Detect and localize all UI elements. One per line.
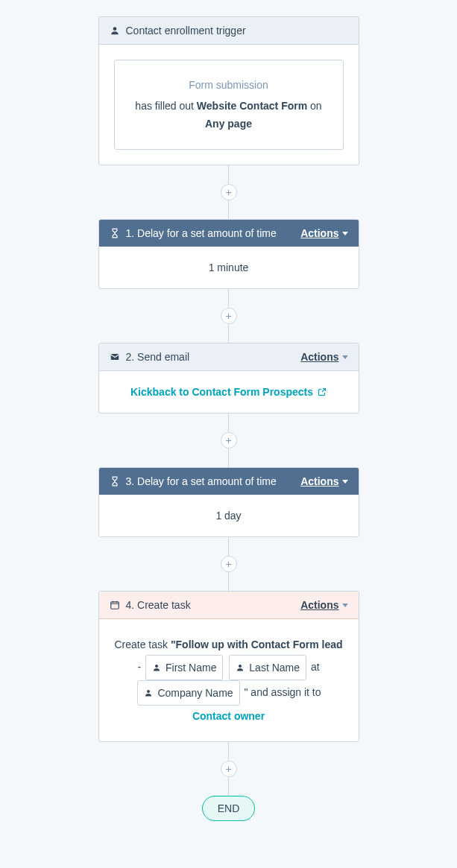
create-task-header: 4. Create task Actions bbox=[99, 592, 359, 619]
trigger-type: Form submission bbox=[125, 77, 332, 95]
step-title: 4. Create task bbox=[126, 599, 191, 611]
send-email-header: 2. Send email Actions bbox=[99, 343, 359, 371]
send-email-card[interactable]: 2. Send email Actions Kickback to Contac… bbox=[98, 343, 359, 414]
add-step-button[interactable]: + bbox=[221, 761, 237, 777]
company-name-token: Company Name bbox=[137, 680, 239, 706]
actions-menu[interactable]: Actions bbox=[300, 227, 347, 239]
step-title: 2. Send email bbox=[126, 351, 190, 363]
end-node: END bbox=[202, 796, 256, 821]
chevron-down-icon bbox=[342, 480, 348, 484]
external-link-icon bbox=[318, 387, 327, 396]
contact-icon bbox=[152, 663, 161, 672]
trigger-title: Contact enrollment trigger bbox=[126, 25, 246, 37]
connector-line bbox=[228, 414, 229, 432]
envelope-icon bbox=[110, 352, 120, 362]
contact-icon bbox=[236, 663, 245, 672]
actions-menu[interactable]: Actions bbox=[300, 475, 347, 487]
connector-line bbox=[228, 289, 229, 308]
trigger-body: Form submission has filled out Website C… bbox=[99, 45, 359, 165]
send-email-body: Kickback to Contact Form Prospects bbox=[99, 371, 359, 413]
connector-line bbox=[228, 777, 229, 796]
svg-point-4 bbox=[239, 665, 242, 668]
delay-card-1[interactable]: 1. Delay for a set amount of time Action… bbox=[98, 219, 359, 289]
actions-menu[interactable]: Actions bbox=[300, 599, 347, 611]
chevron-down-icon bbox=[342, 355, 348, 359]
trigger-criteria[interactable]: Form submission has filled out Website C… bbox=[114, 60, 344, 150]
svg-rect-2 bbox=[110, 602, 119, 609]
step-title: 3. Delay for a set amount of time bbox=[126, 475, 277, 487]
hourglass-icon bbox=[110, 476, 120, 487]
connector-line bbox=[228, 200, 229, 219]
add-step-button[interactable]: + bbox=[221, 432, 237, 449]
svg-point-3 bbox=[155, 665, 158, 668]
trigger-header: Contact enrollment trigger bbox=[99, 17, 359, 45]
connector-line bbox=[228, 324, 229, 343]
chevron-down-icon bbox=[342, 232, 348, 235]
task-icon bbox=[110, 600, 120, 610]
create-task-card[interactable]: 4. Create task Actions Create task "Foll… bbox=[98, 591, 359, 742]
chevron-down-icon bbox=[342, 604, 348, 607]
actions-menu[interactable]: Actions bbox=[300, 351, 347, 363]
connector-line bbox=[228, 742, 229, 761]
connector-line bbox=[228, 537, 229, 556]
add-step-button[interactable]: + bbox=[221, 308, 237, 324]
hourglass-icon bbox=[110, 228, 120, 238]
delay-card-3[interactable]: 3. Delay for a set amount of time Action… bbox=[98, 467, 359, 537]
svg-point-5 bbox=[147, 690, 150, 693]
contact-icon bbox=[144, 688, 153, 697]
delay-body-1: 1 minute bbox=[99, 247, 359, 288]
delay-body-3: 1 day bbox=[99, 495, 359, 536]
trigger-card[interactable]: Contact enrollment trigger Form submissi… bbox=[98, 16, 359, 165]
create-task-body: Create task "Follow up with Contact Form… bbox=[99, 619, 359, 741]
add-step-button[interactable]: + bbox=[221, 556, 237, 572]
step-title: 1. Delay for a set amount of time bbox=[126, 227, 277, 239]
assignee-link[interactable]: Contact owner bbox=[192, 706, 265, 726]
connector-line bbox=[228, 449, 229, 467]
svg-point-0 bbox=[113, 27, 116, 31]
add-step-button[interactable]: + bbox=[221, 184, 237, 200]
connector-line bbox=[228, 572, 229, 591]
delay-header-1: 1. Delay for a set amount of time Action… bbox=[99, 220, 359, 247]
email-link[interactable]: Kickback to Contact Form Prospects bbox=[130, 386, 327, 398]
trigger-description: has filled out Website Contact Form on A… bbox=[125, 98, 332, 133]
connector-line bbox=[228, 165, 229, 184]
contact-icon bbox=[110, 25, 120, 36]
first-name-token: First Name bbox=[145, 655, 223, 680]
last-name-token: Last Name bbox=[229, 655, 306, 680]
delay-header-3: 3. Delay for a set amount of time Action… bbox=[99, 468, 359, 495]
workflow-canvas: Contact enrollment trigger Form submissi… bbox=[0, 16, 457, 821]
